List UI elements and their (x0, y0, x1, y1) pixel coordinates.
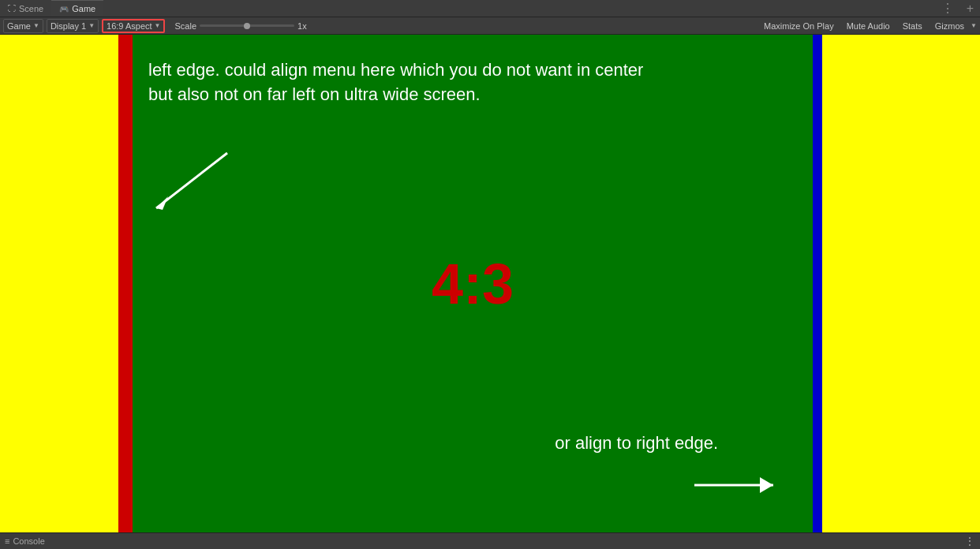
svg-marker-1 (156, 196, 168, 210)
mute-audio-button[interactable]: Mute Audio (842, 19, 895, 33)
ratio-label: 4:3 (432, 252, 514, 316)
console-icon: ≡ (5, 536, 9, 546)
tab-game-label: Game (72, 4, 95, 13)
scale-slider[interactable] (200, 24, 294, 27)
yellow-right-bar (822, 35, 980, 532)
svg-line-0 (156, 153, 227, 208)
aspect-select[interactable]: 16:9 Aspect ▼ (102, 19, 165, 33)
scale-control: Scale 1x (174, 21, 306, 31)
blue-strip (813, 35, 822, 532)
tab-game[interactable]: 🎮 Game (51, 0, 103, 17)
yellow-left-bar (0, 35, 118, 532)
tab-bar: ⛶ Scene 🎮 Game ⋮ + (0, 0, 980, 17)
console-label[interactable]: Console (13, 536, 44, 546)
gizmos-button[interactable]: Gizmos (930, 19, 969, 33)
svg-marker-3 (760, 477, 773, 493)
maximize-on-play-button[interactable]: Maximize On Play (759, 19, 839, 33)
game-mode-select[interactable]: Game ▼ (3, 19, 43, 33)
stats-button[interactable]: Stats (898, 19, 927, 33)
tab-scene-label: Scene (19, 4, 43, 13)
annotation-top-content: left edge. could align menu here which y… (148, 60, 643, 104)
game-viewport: left edge. could align menu here which y… (0, 35, 980, 532)
annotation-bottom-content: or align to right edge. (555, 433, 718, 453)
gizmos-control[interactable]: Gizmos ▼ (930, 19, 977, 33)
annotation-top-text: left edge. could align menu here which y… (148, 58, 661, 107)
display-select[interactable]: Display 1 ▼ (47, 19, 99, 33)
game-mode-chevron: ▼ (33, 22, 39, 29)
red-strip (118, 35, 133, 532)
tab-add-button[interactable]: + (960, 2, 980, 16)
display-chevron: ▼ (88, 22, 95, 29)
gizmos-chevron: ▼ (971, 22, 977, 29)
scale-label: Scale (174, 21, 196, 31)
game-toolbar: Game ▼ Display 1 ▼ 16:9 Aspect ▼ Scale 1… (0, 17, 980, 35)
scale-thumb (244, 23, 250, 29)
scene-icon: ⛶ (8, 4, 16, 13)
status-bar: ≡ Console ⋮ (0, 532, 980, 549)
game-mode-label: Game (7, 21, 31, 31)
tab-scene[interactable]: ⛶ Scene (0, 0, 51, 17)
arrow-right-icon (686, 461, 789, 509)
annotation-bottom-text: or align to right edge. (555, 433, 718, 454)
display-label: Display 1 (50, 21, 86, 31)
game-icon: 🎮 (59, 5, 69, 13)
green-game-area: left edge. could align menu here which y… (133, 35, 813, 532)
aspect-label: 16:9 Aspect (107, 21, 152, 31)
tab-more-button[interactable]: ⋮ (935, 1, 960, 16)
status-more-button[interactable]: ⋮ (964, 535, 975, 547)
arrow-bottom-left-icon (140, 145, 235, 224)
scale-value: 1x (297, 21, 307, 31)
aspect-chevron: ▼ (155, 22, 161, 29)
